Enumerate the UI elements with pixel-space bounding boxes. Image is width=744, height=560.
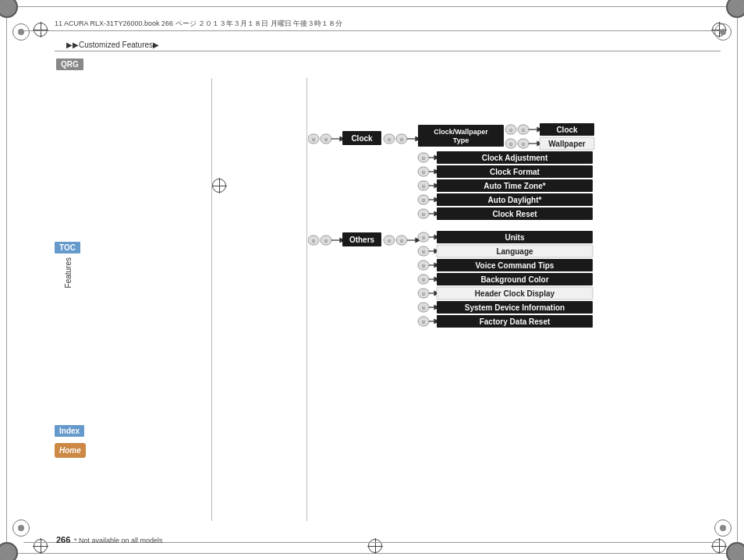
svg-text:Header Clock Display: Header Clock Display	[475, 289, 555, 298]
svg-text:☺: ☺	[420, 249, 426, 254]
svg-text:☺: ☺	[386, 238, 391, 243]
svg-text:☺: ☺	[420, 169, 426, 175]
h-rule	[55, 51, 721, 51]
svg-text:☺: ☺	[420, 277, 426, 282]
svg-text:Clock/Wallpaper: Clock/Wallpaper	[434, 128, 488, 136]
header-bar: 11 ACURA RLX-31TY26000.book 266 ページ ２０１３…	[23, 17, 721, 31]
corner-decoration-tl	[0, 0, 18, 18]
breadcrumb: ▶▶Customized Features▶	[66, 41, 159, 49]
corner-decoration-tr	[726, 0, 744, 18]
svg-text:☺: ☺	[420, 155, 426, 161]
qrg-label[interactable]: QRG	[56, 58, 83, 70]
svg-text:Clock: Clock	[556, 126, 578, 134]
page-deco-br	[714, 519, 732, 537]
svg-text:Clock Adjustment: Clock Adjustment	[482, 154, 548, 162]
page-number: 266	[56, 535, 70, 544]
header-text: 11 ACURA RLX-31TY26000.book 266 ページ ２０１３…	[55, 19, 342, 29]
svg-text:☺: ☺	[386, 136, 391, 142]
svg-text:Others: Others	[349, 236, 375, 244]
corner-decoration-bl	[0, 542, 18, 560]
svg-text:☺: ☺	[420, 319, 426, 324]
home-label[interactable]: Home	[55, 443, 86, 458]
corner-decoration-br	[726, 542, 744, 560]
svg-text:☺: ☺	[508, 141, 513, 147]
svg-text:Factory Data Reset: Factory Data Reset	[480, 317, 551, 326]
toc-text: Features	[64, 257, 73, 288]
index-label[interactable]: Index	[55, 425, 84, 437]
svg-text:☺: ☺	[420, 235, 426, 240]
svg-text:Voice Command Tips: Voice Command Tips	[476, 261, 554, 270]
svg-text:Clock Format: Clock Format	[490, 168, 540, 176]
svg-text:☺: ☺	[323, 136, 328, 142]
toc-label[interactable]: TOC	[55, 242, 80, 253]
vline-left	[211, 78, 212, 521]
svg-text:☺: ☺	[520, 127, 526, 133]
svg-text:Auto Time Zone*: Auto Time Zone*	[484, 182, 545, 190]
svg-text:☺: ☺	[420, 263, 426, 268]
svg-text:Auto Daylight*: Auto Daylight*	[488, 196, 542, 204]
svg-text:☺: ☺	[399, 136, 404, 142]
svg-text:☺: ☺	[520, 141, 526, 147]
svg-text:Wallpaper: Wallpaper	[548, 140, 586, 148]
vline-mid	[306, 78, 307, 521]
svg-text:☺: ☺	[420, 291, 426, 296]
svg-text:Clock Reset: Clock Reset	[492, 210, 537, 218]
svg-text:☺: ☺	[420, 211, 426, 217]
footnote: * Not available on all models	[74, 537, 163, 544]
page-deco-bl	[12, 519, 30, 537]
diagram-svg: ☺ ☺ Clock ☺ ☺ Clock/Wallpaper Type ☺ ☺ C…	[308, 117, 744, 359]
svg-text:Language: Language	[496, 247, 533, 256]
svg-text:☺: ☺	[508, 127, 513, 133]
svg-text:☺: ☺	[310, 136, 316, 142]
svg-text:☺: ☺	[310, 238, 316, 243]
svg-text:Background Color: Background Color	[480, 275, 548, 284]
svg-text:☺: ☺	[420, 305, 426, 310]
svg-text:☺: ☺	[420, 197, 426, 203]
svg-text:☺: ☺	[399, 238, 404, 243]
svg-text:☺: ☺	[323, 238, 328, 243]
svg-text:Type: Type	[453, 136, 469, 144]
svg-text:Clock: Clock	[351, 134, 373, 143]
svg-text:Units: Units	[505, 233, 525, 242]
svg-text:☺: ☺	[420, 183, 426, 189]
svg-text:System Device Information: System Device Information	[465, 303, 565, 312]
